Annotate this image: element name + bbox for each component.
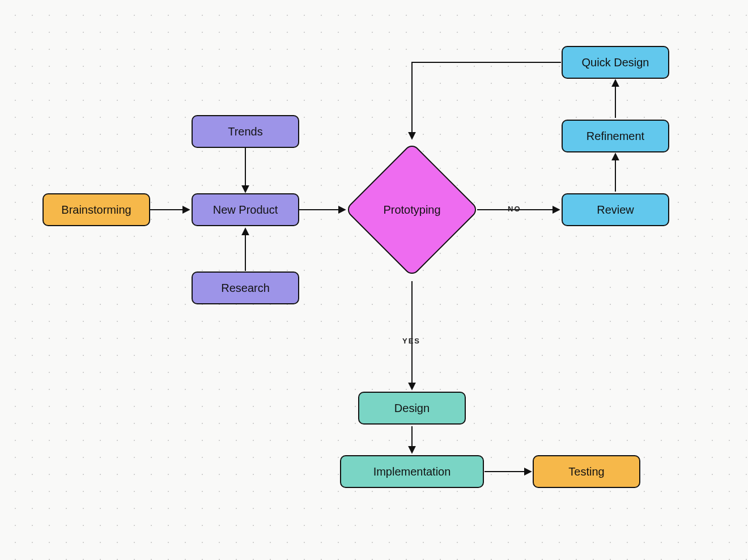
node-label: Implementation: [373, 465, 451, 478]
edge-label-yes: YES: [402, 337, 420, 345]
node-label: Prototyping: [383, 203, 440, 217]
node-label: Brainstorming: [61, 203, 131, 217]
node-label: Refinement: [586, 129, 644, 143]
node-refinement[interactable]: Refinement: [562, 120, 669, 152]
node-design[interactable]: Design: [358, 392, 466, 425]
node-new-product[interactable]: New Product: [192, 193, 299, 226]
node-label: Review: [597, 203, 634, 217]
node-review[interactable]: Review: [562, 193, 669, 226]
node-brainstorming[interactable]: Brainstorming: [42, 193, 150, 226]
node-research[interactable]: Research: [192, 271, 299, 304]
node-label: Trends: [228, 125, 263, 138]
node-quick-design[interactable]: Quick Design: [562, 46, 669, 79]
diagram-canvas: Brainstorming Trends New Product Researc…: [0, 0, 748, 560]
node-testing[interactable]: Testing: [533, 455, 640, 488]
node-label: Quick Design: [582, 56, 649, 69]
node-label: Design: [394, 401, 430, 415]
node-trends[interactable]: Trends: [192, 115, 299, 148]
node-label: Research: [221, 281, 270, 295]
node-implementation[interactable]: Implementation: [340, 455, 484, 488]
node-label: New Product: [213, 203, 278, 217]
node-label: Testing: [568, 465, 604, 478]
edge-label-no: NO: [508, 205, 521, 213]
node-prototyping[interactable]: Prototyping: [364, 162, 460, 257]
